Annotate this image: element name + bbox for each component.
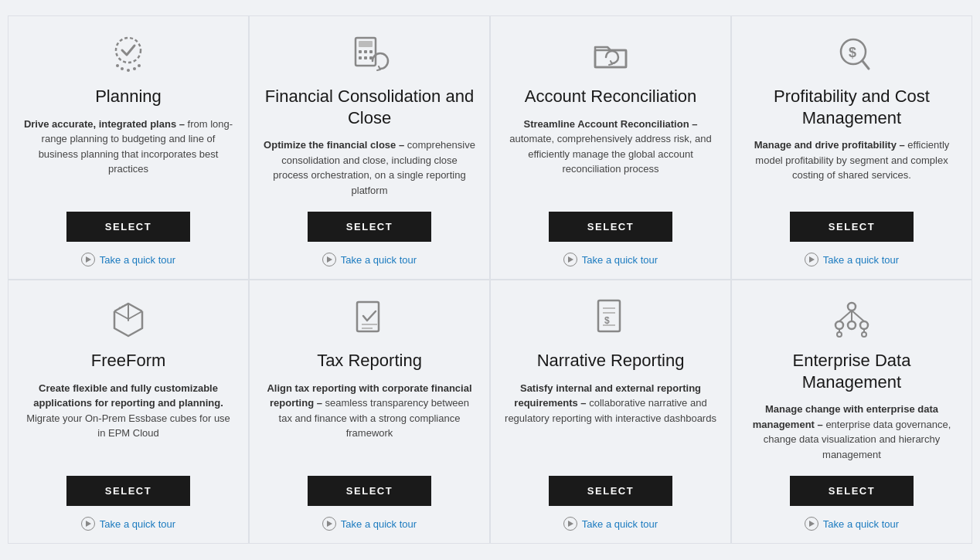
- tax-reporting-desc: Align tax reporting with corporate finan…: [264, 381, 475, 463]
- svg-line-33: [839, 311, 852, 321]
- prof-desc-bold: Manage and drive profitability –: [754, 139, 905, 151]
- ar-desc-rest: automate, comprehensively address risk, …: [509, 133, 712, 175]
- freeform-select-button[interactable]: SELECT: [66, 476, 190, 506]
- freeform-tour-link[interactable]: Take a quick tour: [81, 517, 175, 531]
- financial-consolidation-icon: [346, 32, 393, 78]
- ff-play-icon: [81, 517, 95, 531]
- account-reconciliation-select-button[interactable]: SELECT: [549, 212, 672, 242]
- svg-point-30: [835, 321, 843, 329]
- svg-point-3: [127, 69, 130, 72]
- profitability-title: Profitability and Cost Management: [746, 86, 958, 128]
- ar-desc-bold: Streamline Account Reconciliation –: [524, 118, 698, 130]
- product-grid: Planning Drive accurate, integrated plan…: [8, 15, 972, 544]
- svg-rect-10: [369, 50, 373, 53]
- financial-consolidation-tour-link[interactable]: Take a quick tour: [322, 253, 417, 266]
- narrative-reporting-title: Narrative Reporting: [537, 350, 685, 372]
- svg-point-36: [837, 332, 842, 337]
- edm-play-icon: [805, 517, 818, 531]
- card-account-reconciliation: Account Reconciliation Streamline Accoun…: [490, 15, 731, 280]
- planning-desc: Drive accurate, integrated plans – from …: [22, 117, 234, 199]
- card-tax-reporting: Tax Reporting Align tax reporting with c…: [249, 280, 490, 544]
- card-narrative-reporting: $ Narrative Reporting Satisfy internal a…: [490, 280, 731, 544]
- nr-tour-label: Take a quick tour: [582, 518, 658, 530]
- ar-tour-label: Take a quick tour: [582, 254, 658, 266]
- financial-consolidation-desc: Optimize the financial close – comprehen…: [264, 137, 475, 198]
- enterprise-data-management-desc: Manage change with enterprise data manag…: [746, 402, 958, 462]
- narrative-reporting-icon: $: [587, 296, 634, 342]
- narrative-reporting-select-button[interactable]: SELECT: [549, 476, 672, 506]
- edm-tour-label: Take a quick tour: [823, 518, 899, 530]
- tr-tour-label: Take a quick tour: [341, 518, 417, 530]
- ff-desc-rest: Migrate your On-Prem Essbase cubes for u…: [26, 412, 230, 440]
- svg-point-31: [848, 321, 856, 329]
- tax-reporting-title: Tax Reporting: [317, 350, 422, 372]
- ar-play-icon: [563, 253, 577, 266]
- enterprise-data-management-tour-link[interactable]: Take a quick tour: [805, 517, 899, 531]
- enterprise-data-management-select-button[interactable]: SELECT: [790, 476, 914, 506]
- svg-text:$: $: [849, 45, 856, 60]
- svg-rect-8: [359, 50, 362, 53]
- account-reconciliation-icon: [587, 32, 634, 78]
- planning-icon: [105, 32, 151, 78]
- freeform-title: FreeForm: [91, 350, 166, 372]
- freeform-icon: [105, 296, 151, 342]
- account-reconciliation-title: Account Reconciliation: [525, 86, 697, 107]
- nr-play-icon: [563, 517, 577, 531]
- fc-tour-label: Take a quick tour: [341, 254, 417, 266]
- profitability-tour-link[interactable]: Take a quick tour: [805, 253, 899, 266]
- svg-rect-7: [359, 41, 373, 47]
- svg-text:$: $: [604, 315, 610, 326]
- svg-point-37: [862, 332, 866, 337]
- svg-rect-12: [364, 56, 367, 59]
- svg-line-17: [863, 61, 869, 69]
- tax-reporting-select-button[interactable]: SELECT: [308, 476, 431, 506]
- account-reconciliation-tour-link[interactable]: Take a quick tour: [563, 253, 658, 266]
- tax-reporting-tour-link[interactable]: Take a quick tour: [322, 517, 417, 531]
- card-enterprise-data-management: Enterprise Data Management Manage change…: [731, 280, 972, 544]
- freeform-desc: Create flexible and fully customizable a…: [22, 381, 234, 463]
- svg-rect-21: [357, 302, 379, 331]
- financial-consolidation-select-button[interactable]: SELECT: [308, 212, 431, 242]
- svg-rect-9: [364, 50, 367, 53]
- fc-desc-bold: Optimize the financial close –: [264, 139, 404, 151]
- svg-point-32: [860, 321, 868, 329]
- svg-point-2: [121, 67, 124, 70]
- svg-point-4: [133, 67, 136, 70]
- card-freeform: FreeForm Create flexible and fully custo…: [8, 280, 249, 544]
- svg-line-19: [128, 311, 142, 319]
- svg-line-35: [852, 311, 864, 321]
- fc-play-icon: [322, 253, 336, 266]
- enterprise-data-management-title: Enterprise Data Management: [746, 350, 958, 392]
- narrative-reporting-tour-link[interactable]: Take a quick tour: [563, 517, 658, 531]
- planning-select-button[interactable]: SELECT: [66, 212, 190, 242]
- card-profitability: $ Profitability and Cost Management Mana…: [731, 15, 972, 280]
- svg-point-1: [116, 64, 119, 67]
- planning-title: Planning: [95, 86, 162, 107]
- tax-reporting-icon: [346, 296, 393, 342]
- svg-rect-11: [359, 56, 362, 59]
- ff-tour-label: Take a quick tour: [100, 518, 175, 530]
- planning-play-icon: [81, 253, 95, 266]
- financial-consolidation-title: Financial Consolidation and Close: [264, 86, 475, 128]
- svg-line-18: [114, 311, 128, 319]
- planning-desc-bold: Drive accurate, integrated plans –: [24, 118, 185, 130]
- prof-play-icon: [805, 253, 818, 266]
- account-reconciliation-desc: Streamline Account Reconciliation – auto…: [505, 117, 716, 199]
- svg-point-5: [138, 64, 141, 67]
- ff-desc-bold: Create flexible and fully customizable a…: [33, 382, 223, 409]
- planning-tour-label: Take a quick tour: [100, 254, 175, 266]
- planning-tour-link[interactable]: Take a quick tour: [81, 253, 175, 266]
- prof-tour-label: Take a quick tour: [823, 254, 899, 266]
- svg-point-0: [116, 38, 141, 63]
- card-financial-consolidation: Financial Consolidation and Close Optimi…: [249, 15, 490, 280]
- enterprise-data-management-icon: [829, 296, 875, 342]
- svg-point-29: [848, 303, 856, 311]
- profitability-icon: $: [829, 32, 875, 78]
- card-planning: Planning Drive accurate, integrated plan…: [8, 15, 249, 280]
- profitability-select-button[interactable]: SELECT: [790, 212, 914, 242]
- profitability-desc: Manage and drive profitability – efficie…: [746, 137, 958, 198]
- tr-play-icon: [322, 517, 336, 531]
- narrative-reporting-desc: Satisfy internal and external reporting …: [505, 381, 716, 463]
